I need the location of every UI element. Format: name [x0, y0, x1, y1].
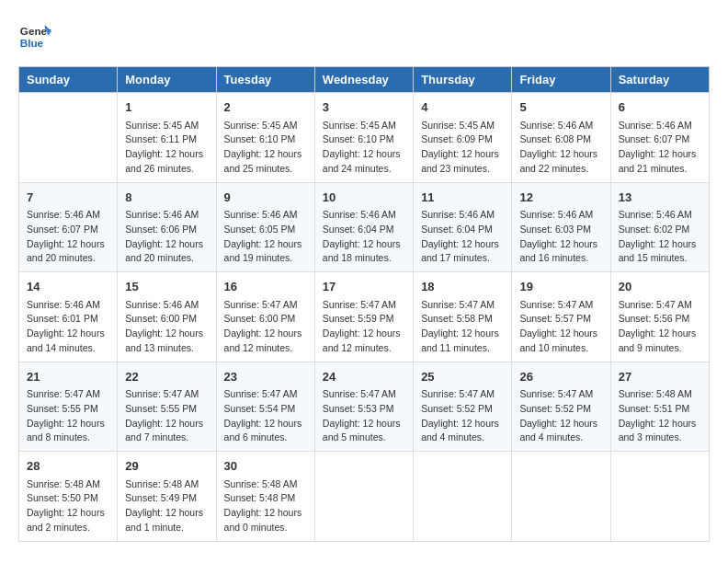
day-info: Sunrise: 5:45 AMSunset: 6:10 PMDaylight:…	[224, 119, 307, 177]
day-info: Sunrise: 5:47 AMSunset: 5:54 PMDaylight:…	[224, 387, 307, 445]
day-cell	[610, 452, 709, 542]
day-cell: 14Sunrise: 5:46 AMSunset: 6:01 PMDayligh…	[19, 272, 118, 362]
day-cell: 29Sunrise: 5:48 AMSunset: 5:49 PMDayligh…	[118, 452, 216, 542]
day-number: 18	[421, 278, 504, 296]
day-cell	[512, 452, 610, 542]
day-cell: 9Sunrise: 5:46 AMSunset: 6:05 PMDaylight…	[216, 182, 314, 272]
day-number: 19	[519, 278, 602, 296]
week-row-1: 1Sunrise: 5:45 AMSunset: 6:11 PMDaylight…	[19, 93, 710, 183]
day-info: Sunrise: 5:46 AMSunset: 6:04 PMDaylight:…	[323, 208, 405, 266]
day-number: 21	[27, 368, 109, 386]
day-cell: 8Sunrise: 5:46 AMSunset: 6:06 PMDaylight…	[118, 182, 216, 272]
day-cell: 21Sunrise: 5:47 AMSunset: 5:55 PMDayligh…	[19, 362, 118, 452]
day-info: Sunrise: 5:45 AMSunset: 6:09 PMDaylight:…	[421, 119, 504, 177]
col-header-saturday: Saturday	[610, 67, 709, 93]
day-info: Sunrise: 5:46 AMSunset: 6:06 PMDaylight:…	[125, 208, 208, 266]
week-row-3: 14Sunrise: 5:46 AMSunset: 6:01 PMDayligh…	[19, 272, 710, 362]
day-cell: 24Sunrise: 5:47 AMSunset: 5:53 PMDayligh…	[314, 362, 413, 452]
day-cell: 20Sunrise: 5:47 AMSunset: 5:56 PMDayligh…	[610, 272, 709, 362]
day-number: 10	[323, 189, 405, 207]
day-info: Sunrise: 5:46 AMSunset: 6:03 PMDaylight:…	[519, 208, 602, 266]
day-info: Sunrise: 5:47 AMSunset: 5:52 PMDaylight:…	[421, 387, 504, 445]
day-info: Sunrise: 5:46 AMSunset: 6:07 PMDaylight:…	[27, 208, 109, 266]
col-header-wednesday: Wednesday	[314, 67, 413, 93]
day-number: 8	[125, 189, 208, 207]
day-cell: 16Sunrise: 5:47 AMSunset: 6:00 PMDayligh…	[216, 272, 314, 362]
day-cell: 23Sunrise: 5:47 AMSunset: 5:54 PMDayligh…	[216, 362, 314, 452]
day-cell: 11Sunrise: 5:46 AMSunset: 6:04 PMDayligh…	[414, 182, 512, 272]
day-info: Sunrise: 5:48 AMSunset: 5:50 PMDaylight:…	[27, 477, 109, 535]
day-info: Sunrise: 5:47 AMSunset: 5:55 PMDaylight:…	[27, 387, 109, 445]
day-number: 28	[27, 457, 109, 476]
day-cell: 13Sunrise: 5:46 AMSunset: 6:02 PMDayligh…	[610, 182, 709, 272]
day-info: Sunrise: 5:47 AMSunset: 6:00 PMDaylight:…	[224, 298, 307, 356]
day-number: 16	[224, 278, 307, 296]
col-header-tuesday: Tuesday	[216, 67, 314, 93]
header-row: SundayMondayTuesdayWednesdayThursdayFrid…	[19, 67, 710, 93]
week-row-2: 7Sunrise: 5:46 AMSunset: 6:07 PMDaylight…	[19, 182, 710, 272]
col-header-thursday: Thursday	[414, 67, 512, 93]
day-cell: 7Sunrise: 5:46 AMSunset: 6:07 PMDaylight…	[19, 182, 118, 272]
day-info: Sunrise: 5:46 AMSunset: 6:02 PMDaylight:…	[619, 208, 701, 266]
day-info: Sunrise: 5:46 AMSunset: 6:07 PMDaylight:…	[619, 119, 701, 177]
day-info: Sunrise: 5:45 AMSunset: 6:10 PMDaylight:…	[323, 119, 405, 177]
day-number: 22	[125, 368, 208, 386]
day-number: 5	[519, 98, 602, 117]
day-number: 11	[421, 189, 504, 207]
day-cell: 27Sunrise: 5:48 AMSunset: 5:51 PMDayligh…	[610, 362, 709, 452]
day-cell: 19Sunrise: 5:47 AMSunset: 5:57 PMDayligh…	[512, 272, 610, 362]
day-number: 13	[619, 189, 701, 207]
svg-text:Blue: Blue	[20, 37, 44, 49]
day-number: 6	[619, 98, 701, 117]
day-cell: 10Sunrise: 5:46 AMSunset: 6:04 PMDayligh…	[314, 182, 413, 272]
day-number: 27	[619, 368, 701, 386]
day-info: Sunrise: 5:46 AMSunset: 6:00 PMDaylight:…	[125, 298, 208, 356]
day-number: 2	[224, 98, 307, 117]
day-number: 24	[323, 368, 405, 386]
day-info: Sunrise: 5:47 AMSunset: 5:58 PMDaylight:…	[421, 298, 504, 356]
day-cell: 25Sunrise: 5:47 AMSunset: 5:52 PMDayligh…	[414, 362, 512, 452]
day-number: 29	[125, 457, 208, 476]
day-cell: 15Sunrise: 5:46 AMSunset: 6:00 PMDayligh…	[118, 272, 216, 362]
day-cell: 17Sunrise: 5:47 AMSunset: 5:59 PMDayligh…	[314, 272, 413, 362]
week-row-5: 28Sunrise: 5:48 AMSunset: 5:50 PMDayligh…	[19, 452, 710, 542]
day-info: Sunrise: 5:48 AMSunset: 5:49 PMDaylight:…	[125, 477, 208, 535]
day-number: 25	[421, 368, 504, 386]
page-header: General Blue	[18, 18, 710, 52]
day-info: Sunrise: 5:47 AMSunset: 5:59 PMDaylight:…	[323, 298, 405, 356]
day-cell: 30Sunrise: 5:48 AMSunset: 5:48 PMDayligh…	[216, 452, 314, 542]
calendar-table: SundayMondayTuesdayWednesdayThursdayFrid…	[18, 66, 710, 542]
day-info: Sunrise: 5:48 AMSunset: 5:48 PMDaylight:…	[224, 477, 307, 535]
day-cell: 22Sunrise: 5:47 AMSunset: 5:55 PMDayligh…	[118, 362, 216, 452]
day-info: Sunrise: 5:48 AMSunset: 5:51 PMDaylight:…	[619, 387, 701, 445]
day-number: 23	[224, 368, 307, 386]
day-number: 9	[224, 189, 307, 207]
day-cell: 18Sunrise: 5:47 AMSunset: 5:58 PMDayligh…	[414, 272, 512, 362]
day-cell: 26Sunrise: 5:47 AMSunset: 5:52 PMDayligh…	[512, 362, 610, 452]
day-info: Sunrise: 5:47 AMSunset: 5:55 PMDaylight:…	[125, 387, 208, 445]
day-number: 7	[27, 189, 109, 207]
day-number: 1	[125, 98, 208, 117]
day-cell: 4Sunrise: 5:45 AMSunset: 6:09 PMDaylight…	[414, 93, 512, 183]
day-info: Sunrise: 5:47 AMSunset: 5:56 PMDaylight:…	[619, 298, 701, 356]
day-number: 3	[323, 98, 405, 117]
day-number: 30	[224, 457, 307, 476]
col-header-monday: Monday	[118, 67, 216, 93]
day-info: Sunrise: 5:47 AMSunset: 5:52 PMDaylight:…	[519, 387, 602, 445]
day-cell	[314, 452, 413, 542]
day-cell: 3Sunrise: 5:45 AMSunset: 6:10 PMDaylight…	[314, 93, 413, 183]
day-info: Sunrise: 5:47 AMSunset: 5:57 PMDaylight:…	[519, 298, 602, 356]
day-number: 15	[125, 278, 208, 296]
day-cell	[19, 93, 118, 183]
day-info: Sunrise: 5:47 AMSunset: 5:53 PMDaylight:…	[323, 387, 405, 445]
col-header-friday: Friday	[512, 67, 610, 93]
day-number: 17	[323, 278, 405, 296]
day-info: Sunrise: 5:46 AMSunset: 6:01 PMDaylight:…	[27, 298, 109, 356]
day-info: Sunrise: 5:46 AMSunset: 6:04 PMDaylight:…	[421, 208, 504, 266]
day-cell: 6Sunrise: 5:46 AMSunset: 6:07 PMDaylight…	[610, 93, 709, 183]
day-info: Sunrise: 5:46 AMSunset: 6:05 PMDaylight:…	[224, 208, 307, 266]
col-header-sunday: Sunday	[19, 67, 118, 93]
day-number: 14	[27, 278, 109, 296]
day-cell: 2Sunrise: 5:45 AMSunset: 6:10 PMDaylight…	[216, 93, 314, 183]
day-number: 26	[519, 368, 602, 386]
